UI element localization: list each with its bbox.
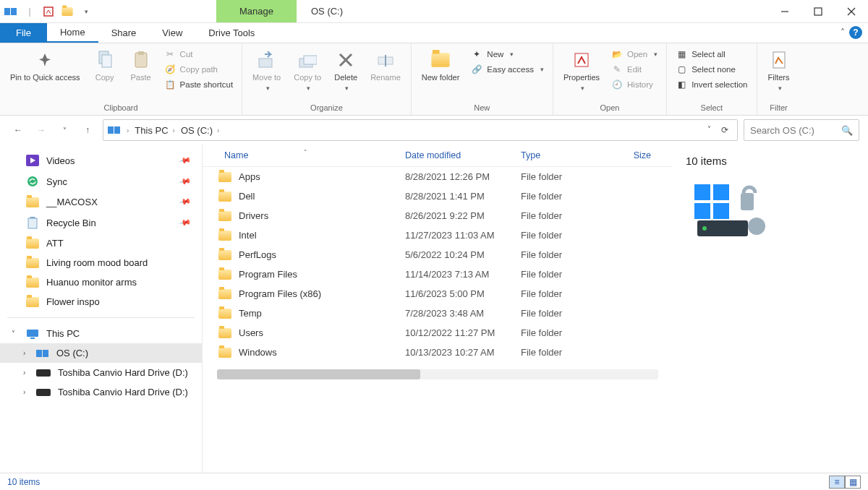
sidebar-item[interactable]: Living room mood board <box>0 253 202 272</box>
window-title: OS (C:) <box>297 0 768 22</box>
open-button[interactable]: 📂Open <box>608 48 660 61</box>
file-name: Drivers <box>239 210 268 221</box>
properties-button[interactable]: Properties <box>559 46 604 95</box>
move-to-button[interactable]: Move to <box>248 46 285 95</box>
new-item-button[interactable]: ✦New <box>468 48 547 61</box>
invert-selection-icon: ◧ <box>676 79 687 90</box>
explorer-icon[interactable] <box>3 4 19 20</box>
file-row[interactable]: Dell8/28/2021 1:41 PMFile folder <box>203 186 673 206</box>
sidebar-item-label: Huanuo monitor arms <box>46 277 137 288</box>
sidebar-item[interactable]: __MACOSX📌 <box>0 192 202 212</box>
back-button[interactable]: ← <box>12 124 25 137</box>
filters-button[interactable]: Filters <box>763 46 795 95</box>
details-view-button[interactable]: ≡ <box>829 476 845 489</box>
folder-icon <box>218 211 231 221</box>
tab-file[interactable]: File <box>0 23 47 43</box>
file-row[interactable]: Drivers8/26/2021 9:22 PMFile folder <box>203 206 673 225</box>
open-icon: 📂 <box>611 48 623 60</box>
qat-customize-icon[interactable]: ▾ <box>78 4 94 20</box>
select-all-button[interactable]: ▦Select all <box>673 48 750 61</box>
file-row[interactable]: Windows10/13/2023 10:27 AMFile folder <box>203 343 673 362</box>
file-row[interactable]: Users10/12/2022 11:27 PMFile folder <box>203 323 673 343</box>
sidebar-item[interactable]: ATT <box>0 233 202 253</box>
tab-view[interactable]: View <box>149 23 195 43</box>
file-row[interactable]: Program Files11/14/2023 7:13 AMFile fold… <box>203 265 673 284</box>
help-icon[interactable]: ? <box>849 26 862 39</box>
maximize-button[interactable] <box>801 0 835 22</box>
address-bar[interactable]: › This PC› OS (C:)› ˅ ⟳ <box>103 119 738 141</box>
file-name: Dell <box>239 191 255 202</box>
cut-button[interactable]: ✂Cut <box>161 48 237 61</box>
file-row[interactable]: Program Files (x86)11/6/2023 5:00 PMFile… <box>203 284 673 304</box>
chevron-right-icon[interactable]: › <box>23 349 25 357</box>
address-dropdown-icon[interactable]: ˅ <box>707 125 711 135</box>
edit-button[interactable]: ✎Edit <box>608 63 660 76</box>
svg-rect-28 <box>36 350 42 357</box>
collapse-ribbon-icon[interactable]: ˄ <box>841 27 845 38</box>
ribbon: Pin to Quick access Copy Paste ✂Cut 🧭Cop… <box>0 43 868 116</box>
copy-path-button[interactable]: 🧭Copy path <box>161 63 237 76</box>
invert-selection-button[interactable]: ◧Invert selection <box>673 78 750 91</box>
column-date[interactable]: Date modified <box>405 150 521 160</box>
tab-share[interactable]: Share <box>98 23 150 43</box>
up-button[interactable]: ↑ <box>81 124 94 137</box>
delete-button[interactable]: Delete <box>330 46 362 95</box>
copy-button[interactable]: Copy <box>89 46 121 85</box>
file-row[interactable]: Temp7/28/2023 3:48 AMFile folder <box>203 304 673 323</box>
close-button[interactable] <box>835 0 868 22</box>
search-box[interactable]: Search OS (C:) 🔍 <box>744 119 859 141</box>
file-row[interactable]: PerfLogs5/6/2022 10:24 PMFile folder <box>203 245 673 265</box>
pin-icon: 📌 <box>179 195 192 209</box>
sidebar-item[interactable]: Videos📌 <box>0 150 202 171</box>
sidebar-item[interactable]: Huanuo monitor arms <box>0 272 202 292</box>
sidebar-item-label: Videos <box>46 155 75 166</box>
paste-button[interactable]: Paste <box>125 46 157 85</box>
tab-home[interactable]: Home <box>47 23 98 43</box>
qat-separator: | <box>22 4 38 20</box>
refresh-button[interactable]: ⟳ <box>721 125 728 135</box>
select-none-button[interactable]: ▢Select none <box>673 63 750 76</box>
column-name[interactable]: ˄Name <box>203 150 405 160</box>
file-row[interactable]: Apps8/28/2021 12:26 PMFile folder <box>203 167 673 186</box>
minimize-button[interactable] <box>768 0 801 22</box>
horizontal-scrollbar[interactable] <box>217 369 658 379</box>
forward-button[interactable]: → <box>35 124 48 137</box>
recent-locations-button[interactable]: ˅ <box>58 124 71 137</box>
chevron-right-icon[interactable]: › <box>23 388 25 396</box>
new-folder-button[interactable]: New folder <box>417 46 464 85</box>
icons-view-button[interactable]: ▦ <box>845 476 861 489</box>
sidebar-drive-item[interactable]: ›Toshiba Canvio Hard Drive (D:) <box>0 363 202 382</box>
drive-tools-context-tab[interactable]: Manage <box>216 0 297 22</box>
svg-rect-38 <box>741 193 754 210</box>
tree-this-pc[interactable]: ˅ This PC <box>0 324 202 343</box>
tab-drive-tools[interactable]: Drive Tools <box>195 23 268 43</box>
new-folder-qat-icon[interactable] <box>59 4 75 20</box>
file-row[interactable]: Intel11/27/2023 11:03 AMFile folder <box>203 225 673 245</box>
crumb-drive[interactable]: OS (C:)› <box>181 125 219 136</box>
sidebar-drive-item[interactable]: ›OS (C:) <box>0 343 202 363</box>
column-size[interactable]: Size <box>615 150 658 160</box>
item-count-label: 10 items <box>686 155 861 167</box>
crumb-this-pc[interactable]: This PC› <box>135 125 175 136</box>
chevron-right-icon[interactable]: › <box>23 369 25 377</box>
pin-to-quick-access-button[interactable]: Pin to Quick access <box>6 46 85 85</box>
chevron-down-icon[interactable]: ˅ <box>12 330 15 338</box>
sidebar-drive-item[interactable]: ›Toshiba Canvio Hard Drive (D:) <box>0 382 202 402</box>
sidebar-item[interactable]: Sync📌 <box>0 171 202 192</box>
sidebar-item[interactable]: Recycle Bin📌 <box>0 212 202 233</box>
easy-access-button[interactable]: 🔗Easy access <box>468 63 547 76</box>
rename-button[interactable]: Rename <box>366 46 405 85</box>
navigation-pane[interactable]: Videos📌Sync📌__MACOSX📌Recycle Bin📌ATTLivi… <box>0 145 203 473</box>
properties-qat-icon[interactable] <box>41 4 56 20</box>
paste-shortcut-button[interactable]: 📋Paste shortcut <box>161 78 237 91</box>
ribbon-group-select: ▦Select all ▢Select none ◧Invert selecti… <box>667 43 757 115</box>
sidebar-item[interactable]: Flower inspo <box>0 292 202 311</box>
move-to-icon <box>256 49 278 71</box>
file-date: 8/28/2021 1:41 PM <box>405 191 521 202</box>
file-name: Temp <box>239 308 262 319</box>
history-button[interactable]: 🕘History <box>608 78 660 91</box>
column-type[interactable]: Type <box>521 150 615 160</box>
history-icon: 🕘 <box>611 79 623 90</box>
quick-access-toolbar: | ▾ <box>0 0 97 22</box>
copy-to-button[interactable]: Copy to <box>289 46 326 95</box>
